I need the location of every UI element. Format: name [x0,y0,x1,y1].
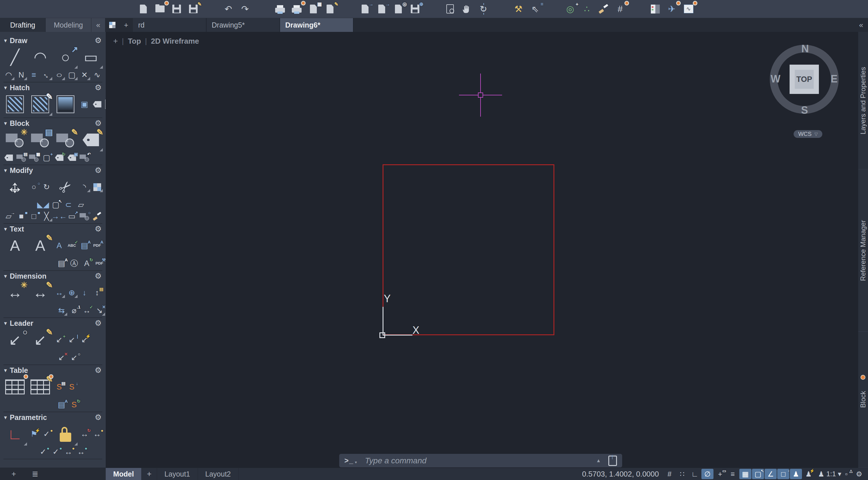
lineweight-toggle[interactable]: ≡ [727,469,739,479]
import[interactable]: → [357,1,373,17]
tool-sets[interactable]: ⚒ [510,1,527,17]
quick-leader-tool[interactable]: ↙⚡ [78,334,91,346]
section-collapse-icon[interactable]: ▾ [4,84,7,91]
drawing-tab[interactable]: Drawing5* [207,18,280,32]
side-tab-reference-manager[interactable]: Reference Manager [858,170,868,331]
constraint-bulb-tool[interactable]: ↔● [91,428,103,440]
settings-gear[interactable]: ⚙ [853,469,865,479]
create-block-tool[interactable]: ✳ [2,128,28,152]
viewcube-east[interactable]: E [831,73,838,85]
plot[interactable] [272,1,288,17]
section-collapse-icon[interactable]: ▾ [4,320,7,327]
grid-toggle[interactable]: # [663,469,676,479]
layout-tab-layout1[interactable]: Layout1 [157,468,198,480]
side-tab-block[interactable]: Block [858,332,868,468]
viewcube-west[interactable]: W [771,73,780,85]
annotation-sync-toggle[interactable]: ♟ [815,469,827,479]
command-history-toggle[interactable]: ▲ [596,458,601,463]
stretch-tool[interactable]: ▢↖ [50,199,62,211]
transparency-toggle[interactable]: ▦ [739,469,751,479]
geometric-constraint-tool[interactable]: ∟ [2,422,28,446]
box-3d-tool[interactable]: ▱ [75,199,87,211]
command-prompt-caret-icon[interactable]: ▾ [355,460,357,464]
undo[interactable]: ↶ [220,1,237,17]
arc-variant-tool[interactable]: ◠ [2,69,15,81]
hatch-tool[interactable] [2,92,28,116]
line-tool[interactable]: ╱ [2,45,28,69]
multileader-style-tool[interactable]: ↙✎ [28,328,53,352]
section-gear-icon[interactable]: ⚙ [95,271,102,281]
spell-check-tool[interactable]: ABC✓ [65,240,78,251]
layout-tab-layout2[interactable]: Layout2 [198,468,239,480]
remove-leader-tool[interactable]: ↙✕ [55,352,68,363]
find-text-tool[interactable]: Ⓐ [68,258,81,269]
redo[interactable]: ↷ [237,1,253,17]
continue-dimension-tool[interactable]: ⇆ [55,305,68,316]
auto-constrain-tool[interactable]: ⚑⚡ [28,428,40,440]
clean-tool[interactable] [91,211,103,222]
offset-tool[interactable]: ⊂ [62,199,75,211]
share-icon[interactable] [608,456,617,466]
section-gear-icon[interactable]: ⚙ [95,36,102,45]
trim-tool[interactable]: ✂ [53,175,78,199]
point-cloud[interactable]: ∴ [579,1,595,17]
toolset-tab-modeling[interactable]: Modeling [46,18,91,32]
table-link-tool[interactable]: S↓ [65,381,78,393]
write-block-tool[interactable]: ▦ [28,152,40,163]
shear-tool[interactable]: ▱→ [2,211,15,222]
spline-tool[interactable]: ∿ [91,69,103,81]
drawing-canvas[interactable]: + | Top | 2D Wireframe Y X N S W E [106,32,858,468]
align-leaders-tool[interactable]: ↙| [65,334,78,346]
ortho-toggle[interactable]: ∟ [689,469,701,479]
attribute-display-tool[interactable]: ▣ [65,152,78,163]
zoom-window[interactable] [442,1,458,17]
table-export-tool[interactable]: S▤ [53,381,65,393]
define-attribute-tool[interactable]: ▤ [15,152,28,163]
show-dim-constraints-tool[interactable]: ↔● [62,446,75,458]
text-update-tool[interactable]: A↻ [81,258,93,269]
view-cube[interactable]: N S W E TOP [770,45,839,114]
linear-dimension-tool[interactable]: ↔ [53,287,65,298]
text-tool[interactable]: A [2,234,28,258]
viewport-menu-button[interactable]: + [113,36,118,46]
add-leader-tool[interactable]: ↙+ [53,334,65,346]
hatch-region-tool[interactable] [103,98,106,110]
command-input[interactable] [365,456,596,466]
revision-cloud-tool[interactable]: ▢ [65,69,78,81]
constraint-convert-tool[interactable]: ↔↻ [78,428,91,440]
section-collapse-icon[interactable]: ▾ [4,37,7,44]
selection-cycling-toggle[interactable]: ▢↖ [752,469,764,479]
layout-grid-icon[interactable] [105,18,119,32]
replace-block-tool[interactable]: ↶ [78,152,91,163]
fillet-tool[interactable]: ◝ [78,181,91,193]
section-gear-icon[interactable]: ⚙ [95,319,102,328]
replace-object-tool[interactable]: ○ [78,211,91,222]
center-mark-tool[interactable]: ⊕ [65,287,78,298]
ucs-icon-toggle[interactable]: □▫ [777,469,789,479]
table-style-tool[interactable]: ✎ [28,375,53,399]
show-all-constraints-tool[interactable]: ✓● [50,446,62,458]
save-to-web[interactable]: ⊕ [407,1,423,17]
multileader-tool[interactable]: ↙○ [2,328,28,352]
dimension-offset-tool[interactable]: ↓ [78,287,91,298]
section-collapse-icon[interactable]: ▾ [4,167,7,174]
ellipse-tool[interactable]: ○ [53,69,65,81]
side-tab-layers-and-properties[interactable]: Layers and Properties [858,32,868,170]
plot-edit[interactable]: ✎ [322,1,338,17]
circle-tool[interactable]: ○↗ [53,45,78,69]
inspect-dimension-tool[interactable]: ↔✓ [81,305,93,316]
dynamic-input-toggle[interactable]: +▭ [714,469,726,479]
table-tool[interactable] [2,375,28,399]
tolerance-tool[interactable]: ⌀.1 [68,305,81,316]
object-snap-toggle[interactable]: ∠ [765,469,777,479]
orbit[interactable] [475,1,492,17]
hide-dim-constraints-tool[interactable]: ↔● [75,446,87,458]
viewcube-top-face[interactable]: TOP [789,65,819,94]
drawing-tab[interactable]: Drawing6* [280,18,353,32]
section-gear-icon[interactable]: ⚙ [95,166,102,175]
block-editor-tool[interactable]: ✎ [53,128,78,152]
polar-tracking-toggle[interactable]: ∅ [702,469,713,479]
viewcube-south[interactable]: S [801,104,808,116]
scale-copy-tool[interactable]: ■■ [15,211,28,222]
section-gear-icon[interactable]: ⚙ [95,119,102,128]
